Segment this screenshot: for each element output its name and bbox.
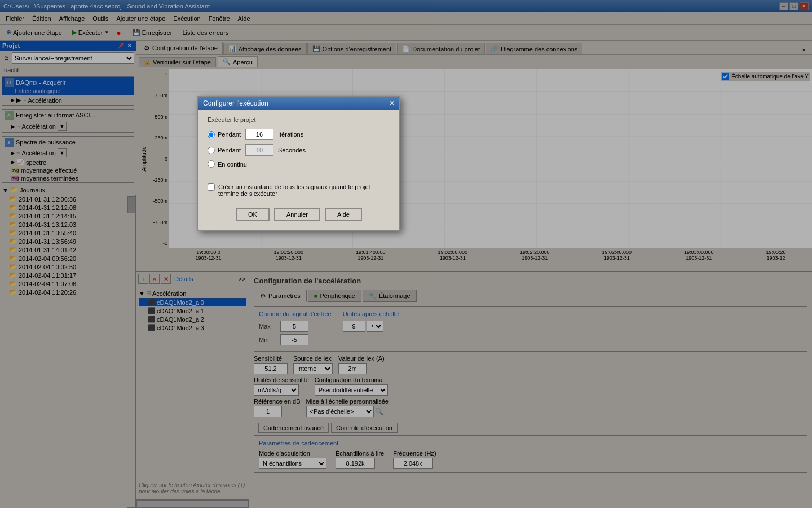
modal-buttons: OK Annuler Aide	[208, 204, 390, 223]
modal-cancel-button[interactable]: Annuler	[274, 208, 320, 221]
modal-option-continuous-row: En continu	[208, 160, 390, 168]
iterations-input[interactable]	[245, 129, 273, 140]
radio-seconds[interactable]	[208, 147, 215, 154]
radio-iterations-label[interactable]: Pendant	[208, 131, 241, 138]
modal-title: Configurer l'exécution	[203, 99, 268, 107]
configure-execution-modal: Configurer l'exécution ✕ Exécuter le pro…	[197, 96, 400, 231]
snapshot-label: Créer un instantané de tous les signaux …	[218, 183, 390, 197]
modal-checkbox-row: Créer un instantané de tous les signaux …	[208, 183, 390, 197]
snapshot-checkbox[interactable]	[208, 183, 215, 191]
modal-option-iterations-row: Pendant Itérations	[208, 129, 390, 140]
modal-overlay: Configurer l'exécution ✕ Exécuter le pro…	[0, 0, 812, 508]
radio-continuous[interactable]	[208, 160, 215, 168]
modal-close-icon[interactable]: ✕	[389, 99, 395, 107]
modal-section-title: Exécuter le projet	[208, 116, 390, 123]
radio-continuous-label[interactable]: En continu	[208, 160, 247, 168]
modal-spacer	[208, 172, 390, 177]
modal-title-bar: Configurer l'exécution ✕	[198, 97, 399, 110]
modal-body: Exécuter le projet Pendant Itérations Pe…	[198, 110, 399, 230]
modal-ok-button[interactable]: OK	[236, 208, 270, 221]
radio-iterations[interactable]	[208, 131, 215, 138]
modal-option-seconds-row: Pendant Secondes	[208, 144, 390, 156]
radio-seconds-label[interactable]: Pendant	[208, 147, 241, 154]
modal-help-button[interactable]: Aide	[325, 208, 362, 221]
seconds-input[interactable]	[245, 144, 273, 156]
